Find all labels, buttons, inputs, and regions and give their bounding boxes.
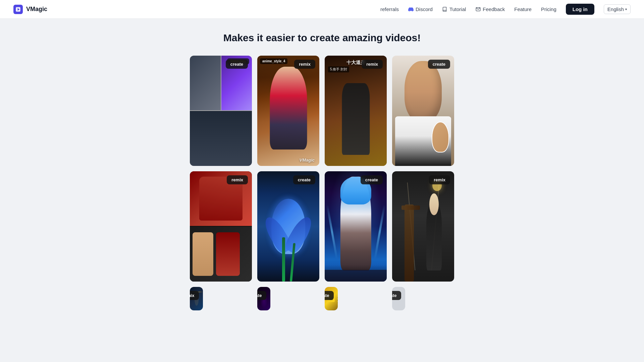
feedback-label: Feedback	[483, 6, 505, 12]
nav-pricing[interactable]: Pricing	[541, 6, 556, 12]
card-r2-3[interactable]: create	[325, 171, 387, 282]
nav-links: referrals Discord Tutorial Feedback Feat…	[380, 4, 631, 15]
language-label: English	[607, 6, 624, 12]
card-r1-1[interactable]: lightning create	[190, 56, 252, 166]
logo-svg	[15, 6, 21, 12]
card-r2-3-btn[interactable]: create	[361, 175, 383, 184]
hero-title: Makes it easier to create amazing videos…	[188, 32, 456, 44]
cards-row-3: remix create 3. 山姐高 create create	[188, 287, 456, 310]
card-r2-1-btn[interactable]: remix	[227, 175, 248, 184]
discord-label: Discord	[416, 6, 433, 12]
card-r3-1-btn[interactable]: remix	[190, 291, 199, 300]
card-r1-1-btn[interactable]: create	[226, 60, 248, 69]
card-r3-1[interactable]: remix	[190, 287, 203, 310]
card-r1-4-btn[interactable]: create	[428, 60, 450, 69]
card-r1-4[interactable]: create	[392, 56, 454, 166]
language-selector[interactable]: English ▾	[604, 4, 631, 14]
card-r1-3[interactable]: 十大道身 5.推手 肘肘 remix	[325, 56, 387, 166]
tutorial-label: Tutorial	[449, 6, 466, 12]
book-icon	[442, 7, 447, 12]
nav-feedback[interactable]: Feedback	[475, 6, 505, 12]
card-r3-4-btn[interactable]: create	[392, 291, 401, 300]
card-r2-1[interactable]: remix	[190, 171, 252, 282]
login-button[interactable]: Log in	[566, 4, 594, 15]
card-r1-3-btn[interactable]: remix	[362, 60, 383, 69]
card-r2-2-btn[interactable]: create	[293, 175, 315, 184]
watermark-r1-2: VMagic	[299, 158, 315, 163]
navbar: VMagic referrals Discord Tutorial Feedba…	[0, 0, 644, 19]
discord-icon	[408, 7, 414, 12]
chevron-down-icon: ▾	[625, 7, 627, 11]
card-r2-4-btn[interactable]: remix	[429, 175, 450, 184]
card-r1-2[interactable]: anime_style_4 remix VMagic	[257, 56, 319, 166]
brand: VMagic	[13, 5, 47, 14]
card-r3-3[interactable]: 3. 山姐高 create	[325, 287, 338, 310]
cards-row-1: lightning create anime_style_4 remix VMa…	[188, 56, 456, 166]
card-r3-3-btn[interactable]: create	[325, 291, 334, 300]
brand-name: VMagic	[26, 6, 47, 13]
cards-row-2: remix create	[188, 171, 456, 282]
card-r3-2-btn[interactable]: create	[257, 291, 266, 300]
nav-feature[interactable]: Feature	[514, 6, 532, 12]
overlay-label-r1-2: anime_style_4	[260, 58, 287, 64]
nav-referrals[interactable]: referrals	[380, 6, 399, 12]
card-r1-2-btn[interactable]: remix	[294, 60, 315, 69]
logo-icon	[13, 5, 23, 14]
card-r2-2[interactable]: create	[257, 171, 319, 282]
nav-tutorial[interactable]: Tutorial	[442, 6, 466, 12]
mail-icon	[475, 7, 481, 12]
card-r2-4[interactable]: remix	[392, 171, 454, 282]
main-content: Makes it easier to create amazing videos…	[188, 19, 456, 330]
card-r3-4[interactable]: create	[392, 287, 405, 310]
card-r3-2[interactable]: create	[257, 287, 270, 310]
nav-discord[interactable]: Discord	[408, 6, 433, 12]
